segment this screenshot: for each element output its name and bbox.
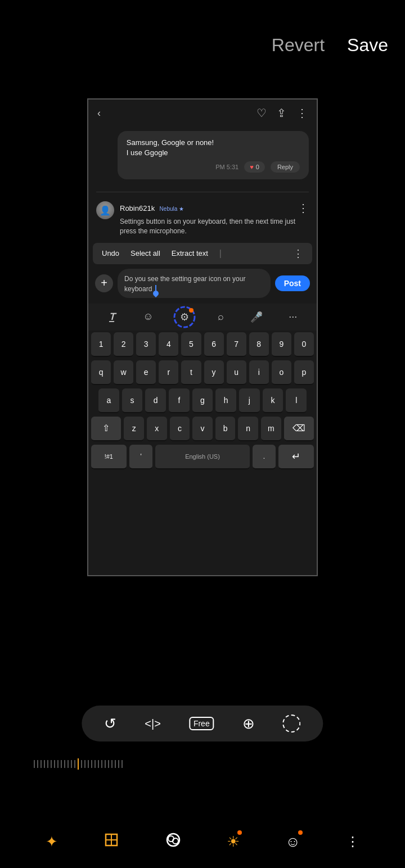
tick-5: [47, 760, 48, 768]
enter-key[interactable]: ↵: [278, 445, 314, 469]
extract-text-button[interactable]: Extract text: [172, 249, 208, 257]
key-z[interactable]: z: [124, 417, 144, 441]
context-more-icon[interactable]: ⋮: [293, 247, 303, 260]
key-v[interactable]: v: [192, 417, 213, 441]
key-l[interactable]: l: [286, 388, 307, 413]
key-x[interactable]: x: [147, 417, 167, 441]
post-button[interactable]: Post: [275, 275, 310, 291]
comment-content: Robin621k Nebula ★ ⋮ Settings button is …: [120, 201, 309, 236]
key-0[interactable]: 0: [294, 332, 314, 357]
key-q[interactable]: q: [91, 360, 111, 385]
reply-button[interactable]: Reply: [271, 161, 300, 173]
commenter-info: Robin621k Nebula ★: [120, 203, 184, 213]
key-t[interactable]: t: [181, 360, 201, 385]
lasso-tool[interactable]: [283, 715, 301, 733]
more-icon[interactable]: ⋮: [296, 106, 308, 120]
key-1[interactable]: 1: [91, 332, 111, 357]
comment-text: Settings button is on your keyboard, the…: [120, 217, 309, 236]
comment-section: 👤 Robin621k Nebula ★ ⋮ Settings button i…: [88, 197, 317, 241]
key-d[interactable]: d: [145, 388, 166, 413]
key-r[interactable]: r: [159, 360, 178, 385]
key-7[interactable]: 7: [227, 332, 246, 357]
key-m[interactable]: m: [261, 417, 281, 441]
emoji-icon[interactable]: ☺: [138, 307, 158, 327]
key-5[interactable]: 5: [181, 332, 201, 357]
key-h[interactable]: h: [215, 388, 236, 413]
key-b[interactable]: b: [215, 417, 236, 441]
split-tool[interactable]: <|>: [145, 717, 161, 730]
undo-button[interactable]: Undo: [102, 249, 119, 257]
heart-icon[interactable]: ♡: [256, 106, 267, 120]
key-i[interactable]: i: [249, 360, 269, 385]
comment-more-icon[interactable]: ⋮: [298, 201, 309, 215]
search-icon[interactable]: ⌕: [210, 307, 231, 327]
key-f[interactable]: f: [169, 388, 190, 413]
key-8[interactable]: 8: [249, 332, 269, 357]
filter-icon[interactable]: [165, 832, 181, 851]
format-icon[interactable]: T̲: [102, 307, 122, 327]
toolbar-more-icon[interactable]: ···: [283, 307, 303, 327]
rotate-tool[interactable]: ↺: [104, 715, 116, 733]
key-k[interactable]: k: [263, 388, 284, 413]
key-3[interactable]: 3: [136, 332, 156, 357]
key-period[interactable]: .: [253, 445, 276, 469]
zxcv-row: ⇧ z x c v b n m ⌫: [88, 415, 317, 443]
space-key[interactable]: English (US): [155, 445, 249, 469]
tick-7: [54, 760, 55, 768]
tick-18: [91, 760, 92, 768]
mic-icon[interactable]: 🎤: [246, 307, 267, 327]
message-meta: PM 5:31 ♥ 0 Reply: [127, 161, 300, 173]
brightness-dot: [237, 830, 242, 835]
tick-15: [81, 760, 82, 768]
flash-icon[interactable]: ✦: [46, 833, 58, 851]
text-editor-container: Undo Select all Extract text | ⋮ + Do yo…: [93, 243, 312, 301]
key-g[interactable]: g: [192, 388, 213, 413]
center-tool[interactable]: ⊕: [242, 715, 255, 733]
tick-23: [108, 760, 109, 768]
key-n[interactable]: n: [238, 417, 258, 441]
key-s[interactable]: s: [122, 388, 143, 413]
app-header: ‹ ♡ ⇪ ⋮: [88, 100, 317, 126]
backspace-key[interactable]: ⌫: [284, 417, 314, 441]
sticker-icon[interactable]: ☺: [285, 833, 300, 851]
key-o[interactable]: o: [272, 360, 291, 385]
key-c[interactable]: c: [170, 417, 190, 441]
nav-more-icon[interactable]: ⋮: [346, 834, 359, 849]
tick-6: [51, 760, 52, 768]
filter-svg: [165, 832, 181, 848]
select-all-button[interactable]: Select all: [130, 249, 160, 257]
key-w[interactable]: w: [114, 360, 133, 385]
key-a[interactable]: a: [98, 388, 119, 413]
add-button[interactable]: +: [95, 274, 113, 292]
key-j[interactable]: j: [239, 388, 260, 413]
key-special[interactable]: !#1: [91, 445, 127, 469]
save-button[interactable]: Save: [347, 35, 388, 56]
nebula-badge: Nebula ★: [160, 206, 184, 212]
revert-button[interactable]: Revert: [272, 35, 325, 56]
gear-button[interactable]: ⚙: [174, 307, 195, 327]
key-e[interactable]: e: [136, 360, 156, 385]
crop-icon[interactable]: [104, 832, 119, 851]
free-tool[interactable]: Free: [189, 717, 214, 730]
key-4[interactable]: 4: [159, 332, 178, 357]
key-9[interactable]: 9: [272, 332, 291, 357]
like-button[interactable]: ♥ 0: [244, 161, 265, 173]
key-y[interactable]: y: [204, 360, 224, 385]
key-apostrophe[interactable]: ': [129, 445, 153, 469]
key-2[interactable]: 2: [114, 332, 133, 357]
tick-13: [74, 760, 75, 768]
key-u[interactable]: u: [227, 360, 246, 385]
comment-header: Robin621k Nebula ★ ⋮: [120, 201, 309, 215]
key-6[interactable]: 6: [204, 332, 224, 357]
share-icon[interactable]: ⇪: [277, 106, 286, 120]
back-icon[interactable]: ‹: [97, 107, 101, 119]
tick-16: [84, 760, 86, 768]
message-bubble: Samsung, Google or none! I use Ggogle PM…: [118, 131, 309, 179]
crop-svg: [104, 832, 119, 848]
tick-24: [111, 760, 112, 768]
like-count: 0: [256, 164, 259, 170]
brightness-icon[interactable]: ☀: [227, 833, 240, 851]
shift-key[interactable]: ⇧: [91, 417, 121, 441]
key-p[interactable]: p: [294, 360, 314, 385]
text-input-area[interactable]: Do you see the setting gear icon on your…: [118, 269, 271, 298]
